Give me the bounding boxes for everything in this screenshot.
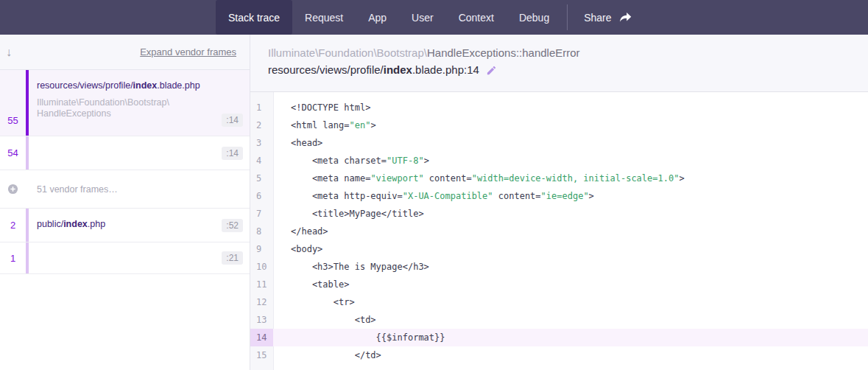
share-label: Share xyxy=(584,12,611,24)
tab-app[interactable]: App xyxy=(356,0,399,35)
line-code: <!DOCTYPE html> xyxy=(273,99,370,116)
line-number-badge: :14 xyxy=(222,114,243,127)
code-line: 5 <meta name="viewport" content="width=d… xyxy=(250,170,868,187)
share-button[interactable]: Share xyxy=(568,0,647,35)
code-line: 13 <td> xyxy=(250,311,868,329)
line-number: 4 xyxy=(250,152,273,170)
line-code: <meta charset="UTF-8"> xyxy=(273,152,429,170)
line-code: <tr> xyxy=(273,293,355,311)
tab-request[interactable]: Request xyxy=(292,0,356,35)
line-code: <table> xyxy=(273,276,349,293)
code-line: 7 <title>MyPage</title> xyxy=(250,205,868,223)
frame-number: 2 xyxy=(0,209,26,242)
line-number: 8 xyxy=(250,223,273,240)
tab-context[interactable]: Context xyxy=(446,0,507,35)
frame-detail-header: Illuminate\Foundation\Bootstrap\HandleEx… xyxy=(250,35,868,92)
ignition-error-page: Stack traceRequestAppUserContextDebug Sh… xyxy=(0,0,868,370)
frame-class-name: Illuminate\Foundation\Bootstrap\HandleEx… xyxy=(37,97,220,119)
code-line: 12 <tr> xyxy=(250,293,868,311)
line-number: 5 xyxy=(250,170,273,187)
line-code: </td> xyxy=(273,346,381,364)
code-line: 2<html lang="en"> xyxy=(250,116,868,134)
stack-frames-list: 55resources/views/profile/index.blade.ph… xyxy=(0,70,250,274)
tab-debug[interactable]: Debug xyxy=(507,0,562,35)
frame-content xyxy=(29,136,250,170)
line-number-badge: :52 xyxy=(222,219,243,232)
edit-file-pencil-icon[interactable] xyxy=(486,65,497,76)
code-line: 3<head> xyxy=(250,134,868,152)
top-nav: Stack traceRequestAppUserContextDebug Sh… xyxy=(0,0,868,35)
frame-number: 55 xyxy=(0,70,26,136)
line-number: 3 xyxy=(250,134,273,152)
page-body: ↑ ↓ Expand vendor frames 55resources/vie… xyxy=(0,35,868,370)
tab-stack-trace[interactable]: Stack trace xyxy=(216,0,292,35)
frame-content: public/index.php xyxy=(29,209,250,242)
line-number: 9 xyxy=(250,240,273,258)
line-code: <body> xyxy=(273,240,322,258)
line-number: 14 xyxy=(250,329,273,346)
line-code: <html lang="en"> xyxy=(273,116,376,134)
line-code: <meta http-equiv="X-UA-Compatible" conte… xyxy=(273,187,594,205)
frame-number: 1 xyxy=(0,242,26,273)
stack-frame-row[interactable]: 2public/index.php:52 xyxy=(0,209,250,242)
line-number: 13 xyxy=(250,311,273,329)
line-code: <td> xyxy=(273,311,376,329)
method-namespace: Illuminate\Foundation\Bootstrap\ xyxy=(268,46,427,59)
code-line: 15 </td> xyxy=(250,346,868,364)
method-name: HandleExceptions::handleError xyxy=(427,46,580,59)
code-line-highlighted: 14 {{$informat}} xyxy=(250,329,868,346)
line-number: 7 xyxy=(250,205,273,223)
expand-plus-icon[interactable] xyxy=(0,170,26,208)
line-code: <head> xyxy=(273,134,322,152)
main-panel: Illuminate\Foundation\Bootstrap\HandleEx… xyxy=(250,35,868,370)
stack-trace-sidebar: ↑ ↓ Expand vendor frames 55resources/vie… xyxy=(0,35,250,370)
expand-vendor-frames-link[interactable]: Expand vendor frames xyxy=(140,46,236,57)
stack-frame-row[interactable]: 55resources/views/profile/index.blade.ph… xyxy=(0,70,250,136)
frame-file-line: resources/views/profile/index.blade.php:… xyxy=(268,61,868,79)
frame-file-path: resources/views/profile/index.blade.php xyxy=(37,80,220,91)
line-number: 12 xyxy=(250,293,273,311)
code-line: 9<body> xyxy=(250,240,868,258)
line-number-badge: :14 xyxy=(222,147,243,160)
line-number: 11 xyxy=(250,276,273,293)
line-code: <h3>The is Mypage</h3> xyxy=(273,258,429,276)
code-line: 11 <table> xyxy=(250,276,868,293)
frame-method-line: Illuminate\Foundation\Bootstrap\HandleEx… xyxy=(268,45,868,61)
line-number: 2 xyxy=(250,116,273,134)
code-line: 8</head> xyxy=(250,223,868,240)
code-line: 10 <h3>The is Mypage</h3> xyxy=(250,258,868,276)
frame-content: resources/views/profile/index.blade.phpI… xyxy=(29,70,250,136)
stack-frame-row[interactable]: 1:21 xyxy=(0,242,250,274)
next-frame-arrow-icon[interactable]: ↓ xyxy=(6,46,12,59)
file-path: resources/views/profile/index.blade.php:… xyxy=(268,61,479,79)
line-code: </head> xyxy=(273,223,328,240)
line-number: 15 xyxy=(250,346,273,364)
frame-nav-arrows: ↑ ↓ xyxy=(0,46,12,59)
vendor-frames-row[interactable]: 51 vendor frames… xyxy=(0,170,250,209)
vendor-frames-label: 51 vendor frames… xyxy=(29,170,118,208)
frame-number: 54 xyxy=(0,136,26,170)
share-arrow-icon xyxy=(619,12,632,23)
line-number: 1 xyxy=(250,99,273,116)
line-code: <meta name="viewport" content="width=dev… xyxy=(273,170,685,187)
sidebar-header: ↑ ↓ Expand vendor frames xyxy=(0,35,250,70)
frame-content xyxy=(29,242,250,273)
frame-file-path: public/index.php xyxy=(37,219,220,229)
code-viewer: 1<!DOCTYPE html>2<html lang="en">3<head>… xyxy=(250,92,868,370)
code-lines: 1<!DOCTYPE html>2<html lang="en">3<head>… xyxy=(250,99,868,364)
line-code: <title>MyPage</title> xyxy=(273,205,424,223)
stack-frame-row[interactable]: 54:14 xyxy=(0,136,250,170)
line-code: {{$informat}} xyxy=(273,329,445,346)
nav-tabs: Stack traceRequestAppUserContextDebug xyxy=(216,0,562,35)
line-number-badge: :21 xyxy=(222,251,243,265)
code-line: 1<!DOCTYPE html> xyxy=(250,99,868,116)
line-number: 6 xyxy=(250,187,273,205)
tab-user[interactable]: User xyxy=(399,0,446,35)
code-line: 4 <meta charset="UTF-8"> xyxy=(250,152,868,170)
prev-frame-arrow-icon[interactable]: ↑ xyxy=(0,46,1,59)
code-line: 6 <meta http-equiv="X-UA-Compatible" con… xyxy=(250,187,868,205)
line-number: 10 xyxy=(250,258,273,276)
